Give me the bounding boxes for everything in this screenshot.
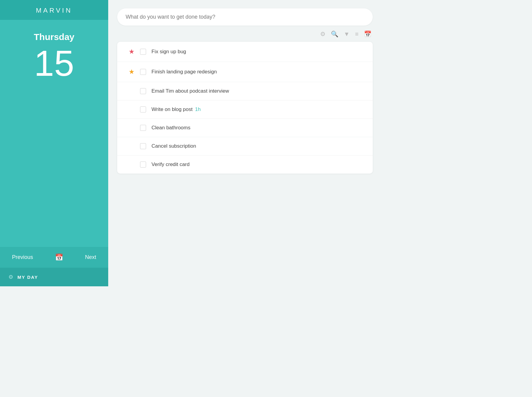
task-item: ★Finish landing page redesign bbox=[117, 62, 373, 82]
task-label: Email Tim about podcast interview bbox=[151, 88, 229, 94]
calendar-nav-icon[interactable]: 📅 bbox=[55, 254, 63, 261]
previous-button[interactable]: Previous bbox=[9, 253, 36, 262]
sidebar-item-label: MY DAY bbox=[17, 275, 38, 280]
sidebar-header: MARVIN bbox=[0, 0, 108, 20]
app-logo: MARVIN bbox=[0, 7, 108, 14]
settings-icon[interactable]: ⚙ bbox=[320, 30, 326, 38]
main-content: ⚙ 🔍 ▼ ≡ 📅 ★Fix sign up bug★Finish landin… bbox=[108, 0, 382, 286]
task-checkbox[interactable] bbox=[140, 162, 146, 168]
task-checkbox[interactable] bbox=[140, 125, 146, 131]
task-label: Clean bathrooms bbox=[151, 125, 190, 131]
task-item: Email Tim about podcast interview bbox=[117, 82, 373, 100]
task-duration: 1h bbox=[195, 106, 201, 112]
task-label: Cancel subscription bbox=[151, 143, 196, 149]
task-label: Fix sign up bug bbox=[151, 49, 186, 55]
task-item: ★Fix sign up bug bbox=[117, 42, 373, 62]
search-input[interactable] bbox=[117, 8, 373, 26]
task-checkbox[interactable] bbox=[140, 69, 146, 75]
sidebar-date-section: Thursday 15 bbox=[0, 20, 108, 247]
task-checkbox[interactable] bbox=[140, 49, 146, 55]
task-checkbox[interactable] bbox=[140, 106, 146, 112]
gear-icon: ⚙ bbox=[8, 274, 13, 280]
task-label: Verify credit card bbox=[151, 162, 190, 168]
task-item: Clean bathrooms bbox=[117, 119, 373, 137]
task-item: Cancel subscription bbox=[117, 137, 373, 155]
task-checkbox[interactable] bbox=[140, 88, 146, 94]
day-name: Thursday bbox=[34, 32, 74, 42]
filter-icon[interactable]: ▼ bbox=[344, 31, 350, 38]
task-label: Finish landing page redesign bbox=[151, 69, 217, 75]
task-list: ★Fix sign up bug★Finish landing page red… bbox=[117, 42, 373, 174]
sidebar-item-my-day[interactable]: ⚙ MY DAY bbox=[0, 268, 108, 286]
day-number: 15 bbox=[34, 45, 74, 81]
sort-icon[interactable]: ≡ bbox=[355, 31, 359, 38]
task-label: Write on blog post bbox=[151, 106, 193, 112]
sidebar: MARVIN Thursday 15 Previous 📅 Next ⚙ MY … bbox=[0, 0, 108, 286]
task-star-gold[interactable]: ★ bbox=[129, 68, 135, 76]
next-button[interactable]: Next bbox=[82, 253, 99, 262]
search-bar bbox=[117, 8, 373, 26]
toolbar: ⚙ 🔍 ▼ ≡ 📅 bbox=[108, 29, 382, 42]
task-item: Verify credit card bbox=[117, 155, 373, 174]
task-star-col: ★ bbox=[124, 48, 139, 56]
task-star-red[interactable]: ★ bbox=[129, 48, 135, 56]
task-item: Write on blog post1h bbox=[117, 100, 373, 119]
calendar-icon[interactable]: 📅 bbox=[364, 30, 371, 38]
task-checkbox[interactable] bbox=[140, 143, 146, 149]
task-star-col: ★ bbox=[124, 68, 139, 76]
search-icon[interactable]: 🔍 bbox=[331, 30, 338, 38]
sidebar-nav: Previous 📅 Next bbox=[0, 247, 108, 268]
